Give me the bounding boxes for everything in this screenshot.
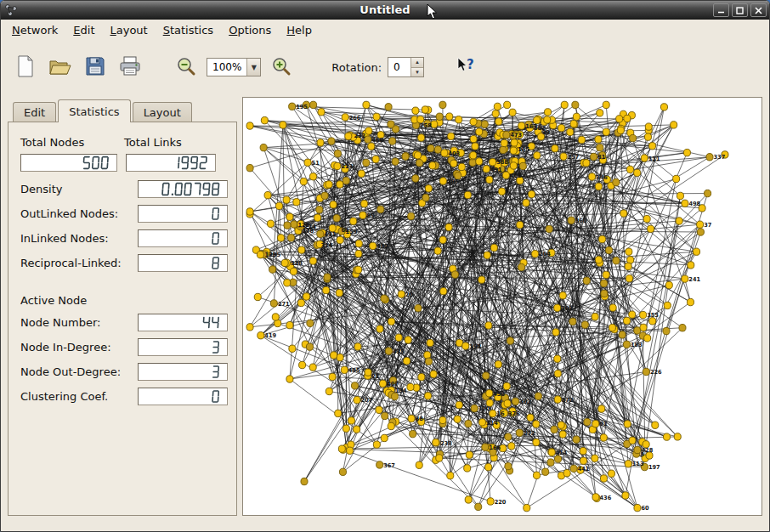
- zoom-in-button[interactable]: [267, 53, 296, 82]
- zoom-out-icon: [176, 56, 196, 79]
- node-outdegree-row: Node Out-Degree:: [20, 363, 228, 381]
- save-button[interactable]: [81, 53, 110, 82]
- svg-text:388: 388: [496, 159, 508, 166]
- tabs: Edit Statistics Layout: [8, 99, 237, 122]
- svg-text:165: 165: [518, 146, 529, 153]
- graph-canvas[interactable]: 5816202137395160618185889111111312012312…: [242, 97, 762, 516]
- svg-text:195: 195: [296, 104, 308, 110]
- svg-text:111: 111: [648, 156, 660, 162]
- svg-text:324: 324: [321, 242, 333, 249]
- svg-text:495: 495: [348, 367, 360, 374]
- total-links-label: Total Links: [124, 136, 182, 149]
- menu-statistics[interactable]: Statistics: [156, 20, 221, 41]
- window-title: Untitled: [360, 3, 410, 16]
- total-links-display: [126, 154, 216, 172]
- open-file-button[interactable]: [46, 53, 75, 82]
- svg-text:207: 207: [361, 397, 373, 404]
- svg-text:400: 400: [510, 173, 522, 179]
- zoom-combobox[interactable]: 100% ▼: [207, 58, 261, 76]
- node-indegree-row: Node In-Degree:: [20, 338, 228, 356]
- svg-text:453: 453: [493, 390, 505, 397]
- chevron-down-icon[interactable]: ▼: [246, 59, 260, 76]
- svg-text:37: 37: [704, 222, 711, 229]
- toolbar-separator: [302, 41, 317, 93]
- tab-layout[interactable]: Layout: [133, 102, 192, 123]
- spin-up-icon[interactable]: ▲: [411, 58, 423, 67]
- svg-text:20: 20: [405, 291, 413, 298]
- outlinked-label: OutLinked Nodes:: [20, 207, 118, 220]
- statistics-page: Total Nodes Total Links Density OutLinke…: [8, 122, 237, 516]
- svg-text:468: 468: [371, 137, 383, 144]
- svg-text:355: 355: [647, 312, 659, 319]
- whats-this-icon: ?: [456, 56, 476, 79]
- toolbar-separator: [430, 41, 445, 93]
- print-button[interactable]: [116, 53, 144, 82]
- node-number-row: Node Number:: [20, 314, 228, 331]
- svg-text:346: 346: [596, 174, 608, 181]
- svg-text:382: 382: [534, 125, 546, 132]
- close-button[interactable]: [750, 3, 767, 17]
- reciprocal-display: [138, 254, 228, 272]
- clustering-label: Clustering Coef.: [20, 390, 108, 403]
- print-icon: [119, 56, 141, 79]
- menu-edit[interactable]: Edit: [65, 20, 102, 41]
- svg-text:232: 232: [354, 133, 365, 139]
- app-icon: [4, 3, 18, 17]
- toolbar: 100% ▼ Rotation: 0 ▲ ▼: [1, 41, 769, 93]
- svg-text:258: 258: [420, 122, 432, 129]
- tab-edit[interactable]: Edit: [13, 102, 56, 123]
- new-file-button[interactable]: [11, 53, 40, 82]
- outlinked-row: OutLinked Nodes:: [20, 205, 228, 223]
- svg-text:220: 220: [495, 499, 507, 506]
- svg-text:272: 272: [524, 430, 535, 437]
- open-file-icon: [48, 56, 72, 79]
- menu-layout[interactable]: Layout: [102, 20, 155, 41]
- svg-text:16: 16: [496, 410, 504, 417]
- clustering-row: Clustering Coef.: [20, 388, 228, 405]
- menu-options[interactable]: Options: [221, 20, 279, 41]
- clustering-display: [138, 388, 228, 405]
- svg-text:419: 419: [264, 332, 276, 339]
- svg-text:376: 376: [508, 410, 520, 417]
- statusbar: [1, 519, 769, 531]
- whats-this-button[interactable]: ?: [451, 53, 480, 82]
- svg-text:482: 482: [377, 243, 388, 250]
- svg-text:266: 266: [349, 114, 361, 121]
- titlebar[interactable]: Untitled: [1, 1, 769, 20]
- reciprocal-label: Reciprocal-Linked:: [20, 257, 122, 269]
- minimize-button[interactable]: [713, 3, 729, 17]
- menu-help[interactable]: Help: [279, 20, 320, 41]
- svg-text:241: 241: [688, 276, 700, 283]
- menu-network[interactable]: Network: [4, 20, 65, 41]
- svg-text:271: 271: [278, 301, 290, 308]
- zoom-value: 100%: [207, 59, 246, 76]
- svg-text:60: 60: [642, 505, 649, 512]
- spin-down-icon[interactable]: ▼: [411, 67, 423, 77]
- rotation-spinbox[interactable]: 0 ▲ ▼: [388, 57, 424, 77]
- tab-statistics[interactable]: Statistics: [58, 99, 130, 122]
- app-window: Untitled Network Edit Layout Statistics …: [0, 0, 770, 532]
- svg-text:425: 425: [393, 348, 405, 355]
- svg-text:436: 436: [600, 495, 612, 501]
- svg-text:498: 498: [688, 201, 700, 207]
- svg-text:226: 226: [650, 369, 662, 376]
- svg-text:192: 192: [469, 343, 481, 350]
- node-outdegree-label: Node Out-Degree:: [20, 365, 121, 378]
- svg-text:88: 88: [416, 416, 423, 422]
- svg-text:407: 407: [387, 381, 399, 388]
- total-nodes-label: Total Nodes: [20, 136, 124, 149]
- svg-text:285: 285: [447, 178, 459, 185]
- outlinked-display: [138, 205, 228, 223]
- svg-text:441: 441: [578, 466, 590, 473]
- svg-text:318: 318: [291, 260, 303, 267]
- node-indegree-label: Node In-Degree:: [20, 341, 111, 354]
- zoom-out-button[interactable]: [172, 53, 201, 82]
- left-panel: Edit Statistics Layout Total Nodes Total…: [8, 99, 237, 516]
- maximize-button[interactable]: [732, 3, 748, 17]
- svg-text:197: 197: [648, 464, 660, 471]
- network-graph[interactable]: 5816202137395160618185889111111312012312…: [243, 98, 762, 515]
- density-display: [138, 180, 228, 198]
- inlinked-display: [138, 229, 228, 247]
- rotation-label: Rotation:: [331, 61, 382, 74]
- svg-text:120: 120: [478, 405, 490, 412]
